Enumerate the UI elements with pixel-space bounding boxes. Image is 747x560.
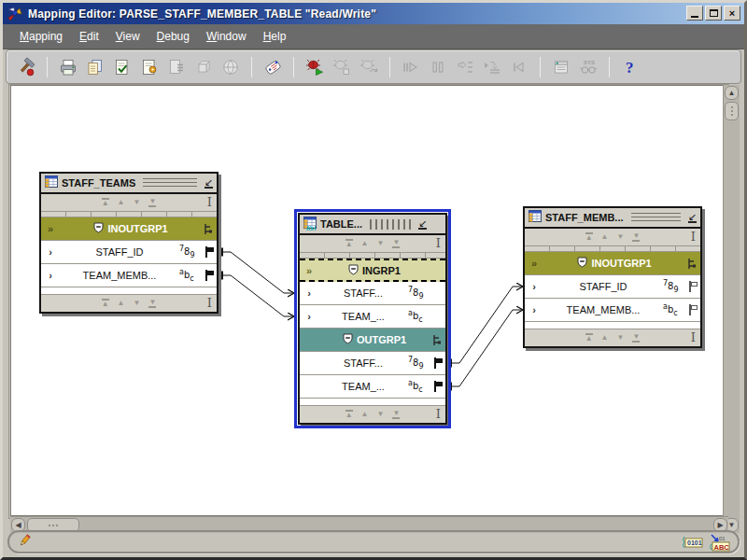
collapse-icon[interactable]: ↙ bbox=[418, 218, 427, 230]
attribute-chevron-icon[interactable]: › bbox=[41, 246, 60, 258]
menu-help[interactable]: Help bbox=[256, 27, 294, 46]
scroll-down-icon[interactable]: ▼ bbox=[377, 240, 385, 247]
group-row-ingrp1[interactable]: »INGRP1 bbox=[300, 259, 445, 282]
scroll-up-icon[interactable]: ▲ bbox=[601, 233, 609, 241]
vertical-scroll-thumb[interactable] bbox=[725, 102, 739, 120]
operator-header[interactable]: STAFF_TEAMS↙ bbox=[41, 174, 217, 194]
empty-row bbox=[525, 322, 700, 329]
scroll-up-icon[interactable]: ▲ bbox=[102, 299, 109, 308]
expand-chevron-icon[interactable]: » bbox=[525, 258, 543, 269]
scroll-down-icon[interactable]: ▼ bbox=[617, 334, 625, 342]
scroll-down-icon[interactable]: ▼ bbox=[148, 198, 156, 207]
generate-button[interactable] bbox=[137, 55, 162, 79]
scroll-down-icon[interactable]: ▼ bbox=[148, 299, 156, 308]
attribute-row-team_memb[interactable]: ›TEAM_MEMB...abc bbox=[525, 299, 700, 322]
attribute-chevron-icon[interactable]: › bbox=[525, 304, 543, 315]
group-row-outgrp1[interactable]: OUTGRP1 bbox=[300, 329, 445, 352]
scroll-up-icon[interactable]: ▲ bbox=[601, 334, 609, 342]
attribute-row-team_[interactable]: TEAM_...abc bbox=[300, 375, 445, 399]
scroll-down-icon[interactable]: ▼ bbox=[134, 199, 141, 206]
row-scroller[interactable]: ▲▲▼▼I bbox=[525, 229, 700, 246]
scroll-down-icon[interactable]: ▼ bbox=[617, 233, 625, 241]
maximize-button[interactable] bbox=[705, 6, 722, 21]
scroll-down-icon[interactable]: ▼ bbox=[392, 239, 400, 248]
tag-button[interactable] bbox=[261, 55, 285, 79]
header-grip[interactable] bbox=[631, 213, 681, 223]
scroll-down-icon[interactable]: ▼ bbox=[632, 232, 640, 242]
attribute-chevron-icon[interactable]: › bbox=[41, 270, 60, 281]
connection-line[interactable] bbox=[222, 275, 294, 316]
menu-mapping[interactable]: Mapping bbox=[12, 27, 70, 46]
collapse-icon[interactable]: ↙ bbox=[204, 177, 213, 189]
expand-chevron-icon[interactable]: » bbox=[41, 223, 60, 234]
group-label: INGRP1 bbox=[318, 264, 430, 277]
connection-line[interactable] bbox=[222, 252, 294, 293]
title-bar[interactable]: Mapping Editor: PARSE_STAFF_MEMBER_TABLE… bbox=[3, 3, 744, 24]
scroll-down-icon[interactable]: ▼ bbox=[632, 333, 640, 343]
vertical-scrollbar[interactable]: ▲ ▼ bbox=[723, 85, 740, 533]
scroll-up-icon[interactable]: ▲ bbox=[345, 410, 353, 419]
attribute-row-team_[interactable]: ›TEAM_...abc bbox=[300, 305, 445, 329]
flag-placeholder bbox=[432, 287, 445, 299]
debug-start-button[interactable] bbox=[303, 55, 327, 79]
scroll-up-icon[interactable]: ▲ bbox=[361, 240, 369, 247]
copy-button[interactable] bbox=[83, 55, 107, 79]
connection-line[interactable] bbox=[451, 310, 523, 386]
menu-view[interactable]: View bbox=[108, 27, 148, 46]
attribute-row-staff[interactable]: ›STAFF...789 bbox=[300, 282, 445, 305]
attribute-chevron-icon[interactable]: › bbox=[525, 281, 543, 292]
minimize-button[interactable] bbox=[686, 6, 703, 21]
attribute-chevron-icon[interactable]: › bbox=[300, 311, 318, 322]
operator-header[interactable]: f(x)TABLE...↙ bbox=[300, 215, 445, 235]
row-scroller[interactable]: ▲▲▼▼I bbox=[41, 194, 217, 212]
row-scroller[interactable]: ▲▲▼▼I bbox=[300, 405, 445, 423]
attribute-row-staff_id[interactable]: ›STAFF_ID789 bbox=[41, 241, 217, 264]
scroll-up-icon[interactable]: ▲ bbox=[345, 239, 353, 248]
scroll-up-button[interactable]: ▲ bbox=[725, 86, 739, 100]
attribute-chevron-icon[interactable]: › bbox=[300, 287, 318, 299]
group-row-inoutgrp1[interactable]: »INOUTGRP1 bbox=[41, 217, 217, 241]
expand-chevron-icon[interactable]: » bbox=[300, 265, 318, 276]
group-connector-placeholder bbox=[430, 264, 445, 276]
attribute-row-staff_id[interactable]: ›STAFF_ID789 bbox=[525, 275, 700, 299]
row-scroller[interactable]: ▲▲▼▼I bbox=[300, 235, 445, 253]
header-grip[interactable] bbox=[143, 178, 197, 189]
validate-button[interactable] bbox=[110, 55, 134, 79]
binary-indicator[interactable]: 0101 bbox=[681, 534, 703, 551]
scroll-down-icon[interactable]: ▼ bbox=[392, 410, 400, 419]
operator-staff_memb[interactable]: STAFF_MEMB...↙▲▲▼▼I»INOUTGRP1›STAFF_ID78… bbox=[523, 206, 702, 348]
scroll-up-icon[interactable]: ▲ bbox=[118, 300, 125, 307]
table-icon bbox=[45, 175, 58, 191]
mapping-canvas[interactable]: STAFF_TEAMS↙▲▲▼▼I»INOUTGRP1›STAFF_ID789›… bbox=[10, 85, 727, 516]
scroll-up-icon[interactable]: ▲ bbox=[361, 411, 369, 418]
scroll-up-icon[interactable]: ▲ bbox=[585, 333, 593, 343]
attribute-row-team_memb[interactable]: ›TEAM_MEMB...abc bbox=[41, 264, 217, 287]
header-grip[interactable] bbox=[370, 219, 411, 230]
toolbar-separator bbox=[47, 57, 48, 77]
connection-line[interactable] bbox=[451, 287, 523, 363]
group-row-inoutgrp1[interactable]: »INOUTGRP1 bbox=[525, 252, 700, 275]
abc-indicator[interactable]: 01 ABC bbox=[706, 533, 730, 552]
operator-staff_teams[interactable]: STAFF_TEAMS↙▲▲▼▼I»INOUTGRP1›STAFF_ID789›… bbox=[39, 172, 218, 314]
close-button[interactable]: × bbox=[724, 6, 740, 21]
scroll-down-icon[interactable]: ▼ bbox=[377, 411, 385, 418]
menu-edit[interactable]: Edit bbox=[72, 27, 106, 46]
scroll-down-icon[interactable]: ▼ bbox=[134, 300, 141, 307]
scroll-up-icon[interactable]: ▲ bbox=[585, 232, 593, 242]
help-button[interactable]: ? bbox=[618, 55, 642, 79]
attribute-row-staff[interactable]: STAFF...789 bbox=[300, 352, 445, 375]
svg-text:01: 01 bbox=[719, 536, 726, 541]
menu-window[interactable]: Window bbox=[199, 27, 254, 46]
menu-debug[interactable]: Debug bbox=[149, 27, 197, 46]
print-button[interactable] bbox=[56, 55, 80, 79]
row-scroller[interactable]: ▲▲▼▼I bbox=[525, 329, 700, 346]
operator-header[interactable]: STAFF_MEMB...↙ bbox=[525, 208, 700, 229]
toolbox-button[interactable] bbox=[14, 55, 38, 79]
scroll-up-icon[interactable]: ▲ bbox=[102, 198, 109, 207]
collapse-icon[interactable]: ↙ bbox=[688, 212, 697, 223]
attribute-label: STAFF... bbox=[318, 287, 408, 299]
operator-table[interactable]: f(x)TABLE...↙▲▲▼▼I»INGRP1›STAFF...789›TE… bbox=[298, 213, 447, 425]
scroll-up-icon[interactable]: ▲ bbox=[118, 199, 125, 206]
row-scroller[interactable]: ▲▲▼▼I bbox=[41, 294, 217, 312]
toolbox-icon bbox=[16, 57, 36, 77]
